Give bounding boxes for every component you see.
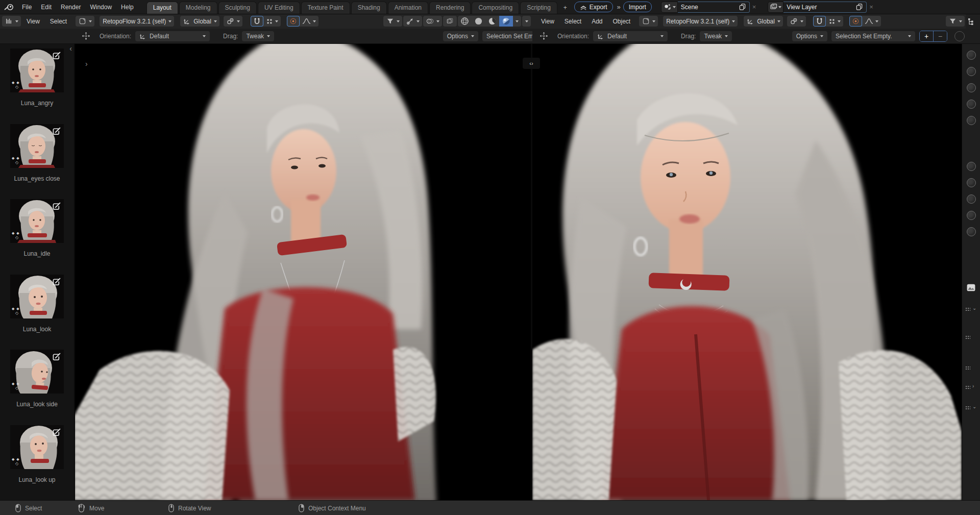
tab-uv-editing[interactable]: UV Editing bbox=[258, 2, 300, 14]
visibility-filter-dropdown[interactable] bbox=[946, 16, 965, 27]
menu-file[interactable]: File bbox=[17, 0, 36, 14]
pose-item-luna-eyes-close[interactable]: ◆ ◆ ◇ Luna_eyes close bbox=[0, 119, 74, 194]
tab-scripting[interactable]: Scripting bbox=[520, 2, 557, 14]
overlays-dropdown[interactable] bbox=[423, 16, 442, 27]
menu-render[interactable]: Render bbox=[56, 0, 85, 14]
menu-select[interactable]: Select bbox=[560, 18, 586, 25]
selection-set-remove-button[interactable]: − bbox=[934, 31, 947, 41]
area-join-toggle[interactable]: ‹› bbox=[523, 58, 540, 69]
pose-item-luna-look-side[interactable]: ◆ ◆ ◇ Luna_look side bbox=[0, 345, 74, 420]
edit-pose-icon[interactable] bbox=[53, 127, 61, 135]
image-button-icon[interactable] bbox=[966, 283, 976, 292]
scene-browse-button[interactable] bbox=[661, 2, 678, 13]
viewport-right-canvas[interactable] bbox=[532, 43, 962, 500]
shading-solid-button[interactable] bbox=[472, 16, 485, 27]
mode-dropdown[interactable] bbox=[76, 16, 94, 27]
shading-rendered-button[interactable] bbox=[499, 16, 513, 27]
shading-dropdown[interactable] bbox=[513, 16, 521, 27]
tool-settings-extra-icon[interactable] bbox=[954, 31, 965, 41]
selection-set-dropdown[interactable]: Selection Set Empty. bbox=[831, 31, 915, 41]
viewport-left-canvas[interactable]: › bbox=[74, 43, 531, 500]
pose-item-luna-angry[interactable]: ◆ ◆ ◇ Luna_angry bbox=[0, 43, 74, 118]
drag-grip-icon[interactable] bbox=[965, 406, 970, 410]
menu-select[interactable]: Select bbox=[45, 18, 71, 25]
xray-toggle[interactable] bbox=[443, 16, 457, 27]
properties-tab-icon[interactable] bbox=[967, 116, 976, 125]
pose-thumbnail[interactable]: ◆ ◆ ◇ bbox=[10, 199, 64, 243]
mode-dropdown[interactable] bbox=[639, 16, 658, 27]
drag-grip-icon[interactable] bbox=[965, 385, 970, 389]
properties-tab-icon[interactable] bbox=[967, 227, 976, 236]
pivot-point-dropdown[interactable] bbox=[224, 16, 242, 27]
menu-edit[interactable]: Edit bbox=[36, 0, 56, 14]
view-layer-name-field[interactable]: View Layer bbox=[783, 2, 867, 13]
options-dropdown[interactable]: Options bbox=[443, 31, 478, 41]
menu-help[interactable]: Help bbox=[116, 0, 138, 14]
menu-window[interactable]: Window bbox=[85, 0, 116, 14]
properties-tab-icon[interactable] bbox=[967, 194, 976, 204]
toolbar-expand-icon[interactable]: › bbox=[85, 60, 88, 68]
pose-thumbnail[interactable]: ◆ ◆ ◇ bbox=[10, 48, 64, 92]
drag-setting-dropdown[interactable]: Tweak bbox=[700, 31, 732, 41]
pose-thumbnail[interactable]: ◆ ◆ ◇ bbox=[10, 425, 64, 469]
snap-settings-dropdown[interactable] bbox=[826, 16, 843, 27]
orientation-setting-dropdown[interactable]: Default bbox=[135, 31, 210, 41]
proportional-edit-toggle[interactable] bbox=[287, 16, 300, 27]
snap-toggle[interactable] bbox=[251, 16, 263, 27]
drag-grip-icon[interactable] bbox=[965, 366, 970, 370]
import-button[interactable]: Import bbox=[623, 2, 652, 12]
tab-shading[interactable]: Shading bbox=[351, 2, 387, 14]
blender-logo-icon[interactable] bbox=[4, 3, 14, 11]
chevron-icon[interactable]: ⌄ bbox=[972, 305, 976, 311]
outliner-icon[interactable] bbox=[967, 17, 975, 26]
snap-toggle[interactable] bbox=[813, 16, 826, 27]
viewport-splitter[interactable] bbox=[531, 43, 532, 500]
edit-pose-icon[interactable] bbox=[53, 352, 61, 361]
scene-unlink-button[interactable]: × bbox=[750, 3, 759, 11]
transform-orientation-dropdown[interactable]: Global bbox=[744, 16, 783, 27]
scene-name-field[interactable]: Scene bbox=[678, 2, 750, 13]
edit-pose-icon[interactable] bbox=[53, 428, 61, 436]
tab-rendering[interactable]: Rendering bbox=[429, 2, 471, 14]
pose-thumbnail[interactable]: ◆ ◆ ◇ bbox=[10, 124, 64, 168]
add-workspace-button[interactable]: + bbox=[559, 2, 571, 14]
properties-tab-icon[interactable] bbox=[967, 83, 976, 92]
panel-collapse-icon[interactable]: ‹ bbox=[69, 44, 72, 53]
drag-grip-icon[interactable] bbox=[965, 307, 970, 311]
tool-dropdown[interactable]: RetopoFlow 3.2.1 (self) bbox=[663, 16, 738, 27]
transform-orientation-dropdown[interactable]: Global bbox=[180, 16, 219, 27]
editor-type-button[interactable] bbox=[2, 16, 21, 27]
gizmos-dropdown[interactable] bbox=[403, 16, 422, 27]
pose-item-luna-idle[interactable]: ◆ ◆ ◇ Luna_idle bbox=[0, 194, 74, 269]
falloff-dropdown[interactable] bbox=[862, 16, 881, 27]
tab-compositing[interactable]: Compositing bbox=[472, 2, 519, 14]
tab-texture-paint[interactable]: Texture Paint bbox=[301, 2, 350, 14]
new-view-layer-icon[interactable] bbox=[855, 3, 863, 11]
view-layer-browse-button[interactable] bbox=[768, 2, 783, 13]
tab-sculpting[interactable]: Sculpting bbox=[218, 2, 257, 14]
header-overflow-dropdown[interactable] bbox=[522, 16, 531, 27]
menu-view[interactable]: View bbox=[22, 18, 44, 25]
visibility-filter-dropdown[interactable] bbox=[383, 16, 402, 27]
selection-set-add-button[interactable]: + bbox=[920, 31, 934, 41]
shading-wireframe-button[interactable] bbox=[458, 16, 472, 27]
tab-animation[interactable]: Animation bbox=[388, 2, 428, 14]
drag-setting-dropdown[interactable]: Tweak bbox=[242, 31, 274, 41]
options-dropdown[interactable]: Options bbox=[792, 31, 827, 41]
menu-view[interactable]: View bbox=[536, 18, 559, 25]
menu-object[interactable]: Object bbox=[608, 18, 635, 25]
drag-grip-icon[interactable] bbox=[965, 335, 970, 339]
properties-tab-icon[interactable] bbox=[967, 178, 976, 187]
edit-pose-icon[interactable] bbox=[53, 51, 61, 60]
properties-tab-icon[interactable] bbox=[967, 211, 976, 220]
edit-pose-icon[interactable] bbox=[53, 202, 61, 210]
chevron-icon[interactable]: › bbox=[972, 383, 974, 389]
proportional-edit-toggle[interactable] bbox=[849, 16, 862, 27]
new-scene-icon[interactable] bbox=[739, 3, 746, 11]
tab-modeling[interactable]: Modeling bbox=[179, 2, 217, 14]
orientation-setting-dropdown[interactable]: Default bbox=[593, 31, 668, 41]
view-layer-remove-button[interactable]: × bbox=[867, 3, 876, 11]
pose-item-luna-look[interactable]: ◆ ◆ ◇ Luna_look bbox=[0, 269, 74, 345]
menu-add[interactable]: Add bbox=[587, 18, 607, 25]
shading-material-button[interactable] bbox=[485, 16, 499, 27]
